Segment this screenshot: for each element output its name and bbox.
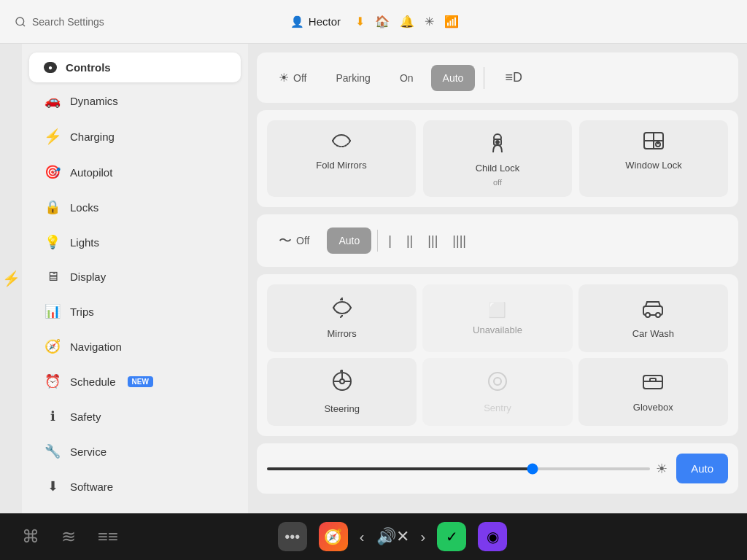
svg-point-24: [489, 373, 506, 390]
highbeam-icon: ≡D: [505, 70, 522, 85]
lighting-extra-btn[interactable]: ≡D: [493, 63, 534, 93]
sidebar-label-autopilot: Autopilot: [70, 166, 112, 179]
taskbar-nav-app[interactable]: 🧭: [319, 522, 348, 551]
trips-icon: 📊: [44, 303, 61, 319]
sidebar-label-safety: Safety: [70, 411, 101, 423]
fold-mirrors-icon: [330, 131, 353, 155]
sidebar-label-trips: Trips: [70, 306, 94, 318]
fold-mirrors-btn[interactable]: Fold Mirrors: [267, 120, 416, 197]
sidebar-item-charging[interactable]: ⚡ Charging: [29, 119, 241, 154]
taskbar-icon-2[interactable]: ≋: [61, 526, 76, 547]
lighting-parking-btn[interactable]: Parking: [324, 65, 382, 91]
top-center: 👤 Hector ⬇ 🏠 🔔 ✳ 📶: [290, 15, 459, 28]
glovebox-label: Glovebox: [633, 402, 673, 413]
sentry-label: Sentry: [484, 402, 511, 413]
autopilot-icon: 🎯: [44, 164, 61, 180]
glovebox-icon: [641, 371, 665, 396]
brightness-slider[interactable]: [267, 467, 650, 470]
sidebar-item-software[interactable]: ⬇ Software: [29, 470, 241, 503]
car-wash-label: Car Wash: [632, 328, 674, 339]
wiper-speed-2[interactable]: ||: [402, 228, 417, 254]
wiper-separator: [377, 230, 378, 252]
nav-app-icon: 🧭: [324, 528, 342, 545]
child-lock-sub: off: [493, 178, 502, 187]
svg-point-15: [646, 313, 650, 317]
sidebar-item-locks[interactable]: 🔒 Locks: [29, 190, 241, 224]
svg-point-0: [16, 18, 24, 26]
mirrors-btn[interactable]: Mirrors: [267, 284, 417, 352]
wiper-speed-1[interactable]: |: [384, 228, 396, 254]
schedule-icon: ⏰: [44, 373, 61, 389]
sidebar-label-navigation: Navigation: [70, 341, 122, 353]
sidebar-item-schedule[interactable]: ⏰ Schedule NEW: [29, 365, 241, 398]
svg-line-1: [23, 24, 25, 26]
svg-point-25: [494, 378, 501, 385]
brightness-slider-wrap: ☀: [267, 461, 667, 477]
search-icon: [15, 16, 26, 28]
wiper-off-btn[interactable]: 〜 Off: [267, 225, 321, 257]
car-wash-icon: [641, 298, 665, 322]
lighting-auto-btn[interactable]: Auto: [431, 65, 476, 91]
sidebar-item-display[interactable]: 🖥 Display: [29, 260, 241, 293]
download-icon: ⬇: [355, 15, 365, 28]
wiper-auto-btn[interactable]: Auto: [327, 228, 371, 254]
wiper-speed-4[interactable]: ||||: [448, 228, 471, 254]
sidebar-label-display: Display: [70, 271, 106, 283]
sidebar-item-dynamics[interactable]: 🚗 Dynamics: [29, 84, 241, 117]
software-icon: ⬇: [44, 478, 61, 494]
wiper-speed-3[interactable]: |||: [423, 228, 442, 254]
taskbar-icon-1[interactable]: ⌘: [22, 526, 39, 547]
sidebar-item-safety[interactable]: ℹ Safety: [29, 400, 241, 433]
lights-icon: 💡: [44, 234, 61, 250]
brightness-row: ☀ Auto: [267, 454, 728, 483]
sidebar-label-lights: Lights: [70, 236, 99, 249]
sidebar-label-dynamics: Dynamics: [70, 95, 118, 107]
svg-line-23: [341, 370, 342, 371]
car-icon: 🚗: [44, 93, 61, 109]
sentry-icon: [487, 370, 508, 397]
sidebar-item-controls[interactable]: ● Controls: [29, 52, 241, 82]
sidebar-item-lights[interactable]: 💡 Lights: [29, 225, 241, 259]
sidebar-item-autopilot[interactable]: 🎯 Autopilot: [29, 155, 241, 189]
media-next-icon[interactable]: ›: [421, 529, 426, 545]
grid-controls-card: Mirrors ⬜ Unavailable Car: [257, 274, 738, 436]
taskbar: ⌘ ≋ ≡≡ ••• 🧭 ‹ 🔊✕ › ✓ ◉: [0, 513, 747, 560]
lighting-on-btn[interactable]: On: [388, 65, 425, 91]
lock-controls-card: Fold Mirrors Child Lock off: [257, 110, 738, 207]
sidebar-label-controls: Controls: [66, 61, 111, 74]
main-area: ⚡ ● Controls 🚗 Dynamics ⚡ Charging 🎯 Aut…: [0, 44, 747, 513]
sidebar-item-trips[interactable]: 📊 Trips: [29, 295, 241, 328]
svg-point-16: [656, 313, 660, 317]
sidebar-label-software: Software: [70, 481, 113, 493]
svg-line-13: [341, 316, 342, 317]
steering-btn[interactable]: Steering: [267, 358, 417, 426]
service-icon: 🔧: [44, 443, 61, 459]
window-lock-label: Window Lock: [625, 160, 681, 171]
unavailable-icon: ⬜: [488, 301, 506, 319]
taskbar-icon-3[interactable]: ≡≡: [98, 526, 118, 547]
media-speaker-icon[interactable]: 🔊✕: [376, 527, 409, 546]
brightness-auto-btn[interactable]: Auto: [676, 454, 728, 483]
safety-icon: ℹ: [44, 408, 61, 424]
bluetooth-icon: ✳: [425, 15, 434, 28]
glovebox-btn[interactable]: Glovebox: [578, 358, 728, 426]
search-area[interactable]: Search Settings: [15, 16, 104, 28]
lighting-off-btn[interactable]: ☀ Off: [267, 63, 318, 92]
svg-point-4: [496, 141, 499, 144]
taskbar-green-app[interactable]: ✓: [437, 522, 466, 551]
sentry-btn[interactable]: Sentry: [422, 358, 572, 426]
controls-grid: Mirrors ⬜ Unavailable Car: [267, 284, 728, 426]
lighting-row: ☀ Off Parking On Auto ≡D: [267, 63, 728, 93]
mirrors-icon: [330, 298, 354, 322]
media-prev-icon[interactable]: ‹: [360, 529, 365, 545]
child-lock-btn[interactable]: Child Lock off: [423, 120, 572, 197]
steering-icon: [330, 370, 354, 397]
sidebar-item-service[interactable]: 🔧 Service: [29, 435, 241, 468]
taskbar-purple-app[interactable]: ◉: [478, 522, 507, 551]
window-lock-btn[interactable]: Window Lock: [579, 120, 728, 197]
sidebar-item-navigation[interactable]: 🧭 Navigation: [29, 330, 241, 363]
steering-label: Steering: [324, 403, 359, 414]
sidebar-label-schedule: Schedule: [70, 376, 116, 388]
car-wash-btn[interactable]: Car Wash: [578, 284, 728, 352]
taskbar-dots-app[interactable]: •••: [278, 522, 307, 551]
